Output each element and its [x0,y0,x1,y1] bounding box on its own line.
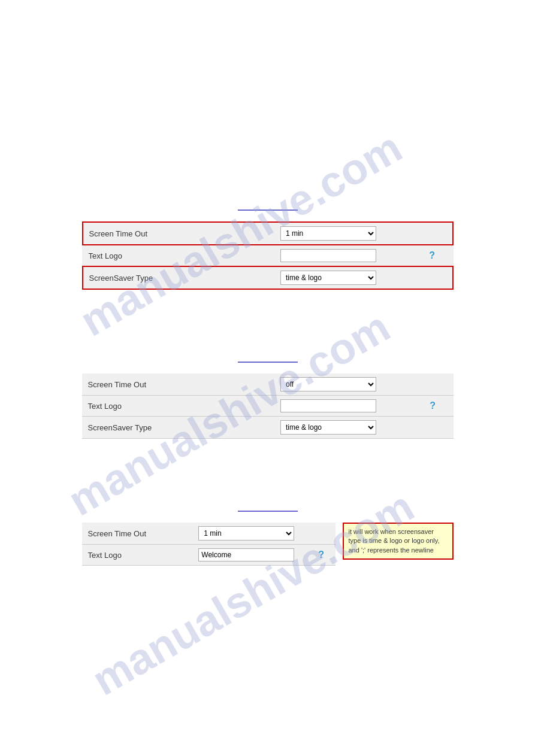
text-logo-2-label: Text Logo [82,396,274,417]
screensaver-type-1-label: ScreenSaver Type [83,266,274,289]
section-3-content: Screen Time Out off 1 min 2 min 5 min 10… [82,523,454,566]
section-2: Screen Time Out off 1 min 2 min 5 min 10… [0,362,535,439]
text-logo-1-row: Text Logo ? [83,245,453,266]
tooltip-box: it will work when screensaver type is ti… [343,523,454,560]
screensaver-type-1-row: ScreenSaver Type time & logo logo only t… [83,266,453,289]
help-icon-3[interactable]: ? [318,549,324,560]
text-logo-3-label: Text Logo [82,545,193,566]
screensaver-type-1-select[interactable]: time & logo logo only time only off [280,271,376,285]
section-3-table: Screen Time Out off 1 min 2 min 5 min 10… [82,523,335,566]
section-3-divider [238,511,298,512]
text-logo-1-label: Text Logo [83,245,274,266]
screen-timeout-1-row: Screen Time Out off 1 min 2 min 5 min 10… [83,222,453,245]
section-1-divider [238,210,298,211]
screensaver-type-2-label: ScreenSaver Type [82,417,274,439]
text-logo-1-help[interactable]: ? [412,245,453,266]
screen-timeout-1-select[interactable]: off 1 min 2 min 5 min 10 min [280,226,376,241]
text-logo-2-help[interactable]: ? [412,396,454,417]
screensaver-type-1-value-cell: time & logo logo only time only off [274,266,412,289]
text-logo-2-input[interactable] [280,399,376,412]
tooltip-text: it will work when screensaver type is ti… [349,528,440,554]
section-1: Screen Time Out off 1 min 2 min 5 min 10… [0,210,535,290]
screen-timeout-2-row: Screen Time Out off 1 min 2 min 5 min 10… [82,374,454,396]
help-icon-1[interactable]: ? [429,250,435,260]
screen-timeout-1-extra [412,222,453,245]
screen-timeout-3-row: Screen Time Out off 1 min 2 min 5 min 10… [82,523,335,545]
screen-timeout-1-label: Screen Time Out [83,222,274,245]
text-logo-3-input[interactable] [198,548,294,561]
help-icon-2[interactable]: ? [430,400,436,411]
screen-timeout-2-value-cell: off 1 min 2 min 5 min 10 min [274,374,412,396]
screen-timeout-2-label: Screen Time Out [82,374,274,396]
text-logo-2-value-cell [274,396,412,417]
screen-timeout-2-extra [412,374,454,396]
screensaver-type-1-extra [412,266,453,289]
screen-timeout-1-value-cell: off 1 min 2 min 5 min 10 min [274,222,412,245]
text-logo-1-input[interactable] [280,249,376,262]
section-3: Screen Time Out off 1 min 2 min 5 min 10… [0,511,535,566]
text-logo-3-help[interactable]: ? [307,545,335,566]
screen-timeout-3-select[interactable]: off 1 min 2 min 5 min 10 min [198,526,294,541]
screen-timeout-3-value-cell: off 1 min 2 min 5 min 10 min [192,523,307,545]
text-logo-3-value-cell [192,545,307,566]
screensaver-type-2-extra [412,417,454,439]
screensaver-type-2-value-cell: time & logo logo only time only off [274,417,412,439]
section-2-table: Screen Time Out off 1 min 2 min 5 min 10… [82,374,454,439]
screen-timeout-2-select[interactable]: off 1 min 2 min 5 min 10 min [280,377,376,391]
screen-timeout-3-extra [307,523,335,545]
text-logo-2-row: Text Logo ? [82,396,454,417]
screen-timeout-3-label: Screen Time Out [82,523,193,545]
section-1-table: Screen Time Out off 1 min 2 min 5 min 10… [82,221,454,290]
text-logo-1-value-cell [274,245,412,266]
screensaver-type-2-select[interactable]: time & logo logo only time only off [280,420,376,435]
screensaver-type-2-row: ScreenSaver Type time & logo logo only t… [82,417,454,439]
section-2-divider [238,362,298,363]
text-logo-3-row: Text Logo ? [82,545,335,566]
page-container: manualshive.com manualshive.com manualsh… [0,0,535,756]
